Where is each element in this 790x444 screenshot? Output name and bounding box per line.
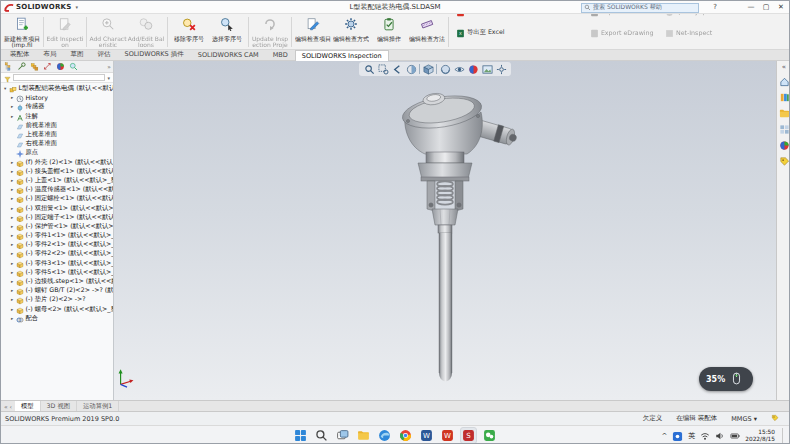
edge-icon[interactable] xyxy=(376,427,393,444)
document-tab[interactable]: 3D 视图 xyxy=(41,401,77,411)
ribbon-button-new-inspection[interactable]: 新建检查项目 (imp.fil xyxy=(3,15,41,49)
clock[interactable]: 15:50 2022/8/15 xyxy=(745,429,775,443)
ribbon-button-edit-inspection-method[interactable]: 编辑检查方法 xyxy=(408,15,446,49)
panel-tab-displaymanager[interactable] xyxy=(55,61,66,72)
ribbon-button-edit-method[interactable]: 编辑检查方式 xyxy=(332,15,370,49)
tree-item[interactable]: ▸(-) 垫片 (2)<2> ->? xyxy=(1,295,113,304)
menu-arrow-icon[interactable]: ▾ xyxy=(75,4,78,10)
panel-flyout-icon[interactable]: » xyxy=(107,63,111,70)
ribbon-button-pdf[interactable]: PExport to 2D PDF xyxy=(590,14,655,21)
minimize-button[interactable]: — xyxy=(745,3,757,11)
edit-appearance-icon[interactable] xyxy=(467,63,479,75)
maximize-button[interactable]: ▢ xyxy=(760,3,772,11)
tree-item[interactable]: ▸注解 xyxy=(1,112,113,121)
chrome-icon[interactable] xyxy=(397,427,414,444)
ribbon-button-excel[interactable]: X导出至 Excel xyxy=(456,23,580,42)
command-tab[interactable]: 装配体 xyxy=(3,48,37,60)
ribbon-button-select-balloons[interactable]: 选择零序号 xyxy=(208,15,246,49)
tree-item[interactable]: 右视基准面 xyxy=(1,139,113,148)
document-tab[interactable]: 模型 xyxy=(15,401,41,411)
document-tab[interactable]: 运动算例1 xyxy=(77,401,119,411)
tray-expand-icon[interactable]: ^ xyxy=(661,432,667,440)
command-tab[interactable]: MBD xyxy=(266,49,295,60)
tree-item[interactable]: ▸(-) 螺母<2> (默认<<默认>_显示状态 xyxy=(1,305,113,314)
panel-tab-inspection[interactable] xyxy=(68,61,79,72)
tree-root-item[interactable]: ▾ L型装配铠装热电偶 (默认<<默认>_显示状态-1 xyxy=(1,84,113,93)
tree-item[interactable]: ▸(-) 边接线.step<1> (默认<<默认>_显 xyxy=(1,277,113,286)
ribbon-button-remove-balloons[interactable]: 移除零序号 xyxy=(170,15,208,49)
ime-indicator[interactable]: 英 xyxy=(688,431,695,441)
appearances-icon[interactable] xyxy=(778,139,790,151)
status-tag-icon[interactable] xyxy=(771,414,779,424)
task-view-icon[interactable] xyxy=(334,427,351,444)
custom-properties-icon[interactable] xyxy=(778,155,790,167)
tree-item[interactable]: ▸(-) 螺钉 GB/T (2)<2> ->? (默认<<默 xyxy=(1,286,113,295)
tree-item[interactable]: ▸(-) 温度传感器<1> (默认<<默认>_显 xyxy=(1,185,113,194)
search-input[interactable]: 搜索 SOLIDWORKS 帮助 xyxy=(581,3,699,13)
ribbon-button-edrw[interactable]: Export eDrawing xyxy=(590,23,655,42)
tree-item[interactable]: 上视基准面 xyxy=(1,130,113,139)
tree-item[interactable]: ▸(-) 接头盖帽<1> (默认<<默认>_显示 xyxy=(1,167,113,176)
zoom-fit-icon[interactable] xyxy=(363,63,375,75)
model-3d-thermocouple[interactable] xyxy=(396,88,528,390)
word-icon[interactable]: W xyxy=(418,427,435,444)
tree-item[interactable]: 前视基准面 xyxy=(1,121,113,130)
command-tab[interactable]: SOLIDWORKS 插件 xyxy=(118,48,191,60)
filter-chevron-icon[interactable]: ▾ xyxy=(107,75,110,81)
ribbon-button-edit-project[interactable]: 编辑检查项目 xyxy=(294,15,332,49)
tree-item[interactable]: ▸(-) 保护管<1> (默认<<默认>_显示状 xyxy=(1,222,113,231)
help-icon[interactable]: ? xyxy=(713,3,717,11)
search-icon[interactable] xyxy=(313,427,330,444)
start-icon[interactable] xyxy=(292,427,309,444)
command-tab[interactable]: 草图 xyxy=(64,48,91,60)
ribbon-button-add-characteristic[interactable]: Add Characteristic xyxy=(89,15,127,49)
wps-icon[interactable]: W xyxy=(439,427,456,444)
filter-input[interactable] xyxy=(13,74,105,81)
file-explorer-pane-icon[interactable] xyxy=(778,107,790,119)
viewport[interactable]: 35% « xyxy=(114,61,790,400)
tab-scroll-arrows-icon[interactable]: « ‹ xyxy=(4,403,12,410)
ribbon-button-netinspect[interactable]: Net-Inspect xyxy=(665,23,716,42)
section-view-icon[interactable] xyxy=(405,63,417,75)
notification-icon[interactable] xyxy=(672,427,683,444)
tree-item[interactable]: ▸(-) 零件5<1> (默认<<默认>_显示状态 xyxy=(1,268,113,277)
panel-tab-propertymanager[interactable] xyxy=(16,61,27,72)
command-tab[interactable]: SOLIDWORKS CAM xyxy=(191,49,266,60)
command-tab[interactable]: SOLIDWORKS Inspection xyxy=(295,50,389,61)
battery-icon[interactable] xyxy=(730,431,740,441)
units-selector[interactable]: MMGS ▾ xyxy=(731,415,757,423)
view-settings-icon[interactable] xyxy=(495,63,507,75)
tree-item[interactable]: ▸(-) 零件2<1> (默认<<默认>_显示状态 xyxy=(1,240,113,249)
ribbon-button-update-project[interactable]: Update Inspection Project xyxy=(251,15,289,49)
tree-item[interactable]: ▸(-) 上盖<1> (默认<<默认>_显示状态 xyxy=(1,176,113,185)
home-icon[interactable] xyxy=(778,75,790,87)
command-tab[interactable]: 布局 xyxy=(37,48,64,60)
tree-item[interactable]: ▸(-) 零件2<2> (默认<<默认>_显示状态 xyxy=(1,249,113,258)
ribbon-button-edit-inspection[interactable]: Edit Inspection xyxy=(46,15,84,49)
hide-show-items-icon[interactable] xyxy=(453,63,465,75)
wechat-icon[interactable] xyxy=(481,427,498,444)
panel-tab-configurationmanager[interactable] xyxy=(29,61,40,72)
command-tab[interactable]: 评估 xyxy=(91,48,118,60)
file-explorer-icon[interactable] xyxy=(355,427,372,444)
ribbon-button-edit-operation[interactable]: 编辑操作 xyxy=(370,15,408,49)
close-button[interactable]: ✕ xyxy=(775,3,787,11)
previous-view-icon[interactable] xyxy=(391,63,403,75)
volume-icon[interactable] xyxy=(715,431,725,441)
ribbon-button-balloons[interactable]: Add/Edit Balloons xyxy=(127,15,165,49)
tree-item[interactable]: 原点 xyxy=(1,148,113,157)
solidworks-app-icon[interactable]: S xyxy=(460,427,477,444)
apply-scene-icon[interactable] xyxy=(481,63,493,75)
taskpane-collapse-icon[interactable]: « xyxy=(782,64,786,71)
display-style-icon[interactable] xyxy=(439,63,451,75)
ribbon-button-quality[interactable]: QualityXpert xyxy=(665,14,716,21)
view-palette-icon[interactable] xyxy=(778,123,790,135)
tree-item[interactable]: ▸配合 xyxy=(1,314,113,323)
tree-item[interactable]: ▸(-) 双扭簧<1> (默认<<默认>_显示 xyxy=(1,203,113,212)
tree-item[interactable]: ▸传感器 xyxy=(1,102,113,111)
view-orientation-icon[interactable] xyxy=(422,63,434,75)
show-desktop-button[interactable] xyxy=(782,428,785,444)
tree-item[interactable]: ▸(-) 零件1<1> (默认<<默认>_显示状态 xyxy=(1,231,113,240)
network-icon[interactable] xyxy=(700,431,710,441)
tree-item[interactable]: ▸History xyxy=(1,93,113,102)
